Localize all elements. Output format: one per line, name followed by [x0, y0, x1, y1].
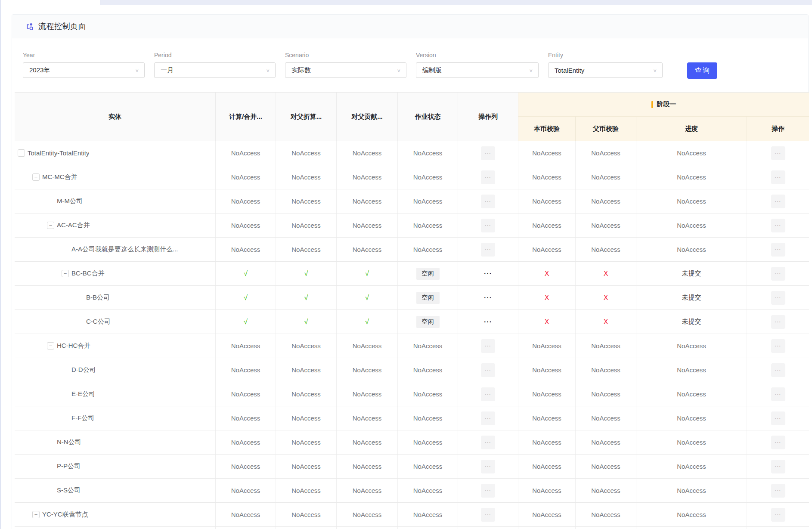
contrib-cell: NoAccess: [337, 503, 398, 526]
table-row: S-S公司 NoAccess NoAccess NoAccess NoAcces…: [15, 479, 809, 503]
status-badge: 空闲: [416, 292, 440, 304]
progress-cell: NoAccess: [636, 455, 747, 478]
contrib-cell: NoAccess: [337, 213, 398, 237]
access-text: NoAccess: [353, 463, 382, 470]
more-actions-button[interactable]: ···: [481, 339, 495, 353]
collapse-toggle[interactable]: −: [62, 270, 69, 277]
more-actions-button[interactable]: ···: [481, 436, 495, 449]
cross-icon: X: [545, 270, 549, 278]
more-actions-button[interactable]: ···: [771, 484, 785, 498]
contrib-cell: NoAccess: [337, 479, 398, 502]
access-text: NoAccess: [353, 439, 382, 446]
table-row: M-M公司 NoAccess NoAccess NoAccess NoAcces…: [15, 189, 809, 213]
entity-name: A-A公司我就是要这么长来测测什么...: [71, 245, 178, 254]
more-actions-button[interactable]: ···: [771, 291, 785, 305]
year-select[interactable]: 2023年 ∨: [23, 62, 145, 78]
chevron-down-icon: ∨: [397, 68, 401, 73]
progress-cell: NoAccess: [636, 527, 747, 529]
more-actions-button[interactable]: ···: [771, 267, 785, 281]
more-actions-button[interactable]: ···: [771, 460, 785, 473]
contrib-cell: NoAccess: [337, 334, 398, 358]
cross-icon: X: [545, 294, 549, 302]
entity-select[interactable]: TotalEntity ∨: [548, 62, 663, 78]
translate-cell: NoAccess: [276, 213, 337, 237]
parent-check-cell: NoAccess: [576, 165, 636, 189]
progress-cell: 未提交: [636, 310, 747, 334]
more-actions-button[interactable]: ···: [771, 170, 785, 184]
access-text: NoAccess: [291, 439, 321, 446]
job-status-cell: NoAccess: [398, 455, 458, 478]
more-actions-button[interactable]: ···: [481, 484, 495, 498]
access-text: NoAccess: [413, 439, 443, 446]
action-cell: ···: [747, 213, 809, 237]
more-actions-button[interactable]: ···: [481, 508, 495, 522]
more-actions-button[interactable]: ···: [771, 411, 785, 425]
more-actions-button[interactable]: ···: [481, 219, 495, 232]
contrib-cell: NoAccess: [337, 165, 398, 189]
scenario-select[interactable]: 实际数 ∨: [285, 62, 406, 78]
access-text: NoAccess: [591, 173, 620, 181]
access-text: NoAccess: [231, 342, 260, 350]
access-text: NoAccess: [291, 342, 321, 350]
more-actions-button[interactable]: ···: [771, 195, 785, 208]
action-cell: ···: [747, 310, 809, 334]
more-actions-button[interactable]: ···: [481, 317, 495, 327]
access-text: NoAccess: [532, 415, 561, 422]
more-actions-button[interactable]: ···: [771, 315, 785, 329]
collapse-toggle[interactable]: −: [32, 173, 40, 181]
more-actions-button[interactable]: ···: [481, 269, 495, 278]
translate-cell: NoAccess: [276, 382, 337, 406]
col-header-contrib: 对父贡献...: [337, 93, 398, 141]
more-actions-button[interactable]: ···: [771, 243, 785, 257]
entity-cell: −TotalEntity-TotalEntity: [15, 141, 216, 165]
more-actions-button[interactable]: ···: [481, 170, 495, 184]
contrib-cell: √: [337, 310, 398, 334]
chevron-down-icon: ∨: [653, 68, 657, 73]
browser-tab[interactable]: [0, 0, 100, 5]
access-text: NoAccess: [231, 487, 260, 494]
entity-cell: E-E公司: [15, 382, 216, 406]
more-actions-button[interactable]: ···: [771, 146, 785, 160]
more-actions-button[interactable]: ···: [481, 460, 495, 473]
query-button[interactable]: 查询: [687, 62, 717, 79]
more-actions-button[interactable]: ···: [771, 436, 785, 449]
action-cell: ···: [747, 455, 809, 478]
progress-cell: NoAccess: [636, 382, 747, 406]
filter-scenario: Scenario 实际数 ∨: [285, 51, 406, 78]
progress-cell: NoAccess: [636, 358, 747, 382]
job-status-cell: NoAccess: [398, 479, 458, 502]
more-actions-button[interactable]: ···: [481, 146, 495, 160]
access-text: NoAccess: [532, 366, 561, 374]
more-actions-button[interactable]: ···: [481, 293, 495, 303]
filter-version-label: Version: [416, 51, 539, 59]
calc-merge-cell: NoAccess: [216, 455, 276, 478]
progress-cell: NoAccess: [636, 334, 747, 358]
collapse-toggle[interactable]: −: [47, 342, 54, 350]
translate-cell: √: [276, 286, 337, 309]
more-actions-button[interactable]: ···: [481, 195, 495, 208]
more-actions-button[interactable]: ···: [771, 339, 785, 353]
filter-bar: Year 2023年 ∨ Period 一月 ∨ Scenario 实际数 ∨ …: [12, 38, 808, 79]
calc-merge-cell: NoAccess: [216, 382, 276, 406]
access-text: NoAccess: [413, 415, 443, 422]
more-actions-button[interactable]: ···: [771, 508, 785, 522]
parent-check-cell: NoAccess: [576, 213, 636, 237]
action-col-cell: ···: [458, 503, 518, 526]
collapse-toggle[interactable]: −: [18, 149, 25, 157]
more-actions-button[interactable]: ···: [771, 387, 785, 401]
more-actions-button[interactable]: ···: [481, 411, 495, 425]
action-cell: ···: [747, 286, 809, 309]
more-actions-button[interactable]: ···: [481, 387, 495, 401]
access-text: NoAccess: [591, 511, 620, 518]
more-actions-button[interactable]: ···: [481, 243, 495, 257]
version-select[interactable]: 编制版 ∨: [416, 62, 539, 78]
more-actions-button[interactable]: ···: [771, 219, 785, 232]
access-text: NoAccess: [532, 149, 561, 157]
collapse-toggle[interactable]: −: [32, 511, 40, 518]
more-actions-button[interactable]: ···: [771, 363, 785, 377]
progress-text: NoAccess: [677, 198, 706, 205]
collapse-toggle[interactable]: −: [47, 222, 54, 229]
action-col-cell: ···: [458, 213, 518, 237]
more-actions-button[interactable]: ···: [481, 363, 495, 377]
period-select[interactable]: 一月 ∨: [154, 62, 276, 78]
